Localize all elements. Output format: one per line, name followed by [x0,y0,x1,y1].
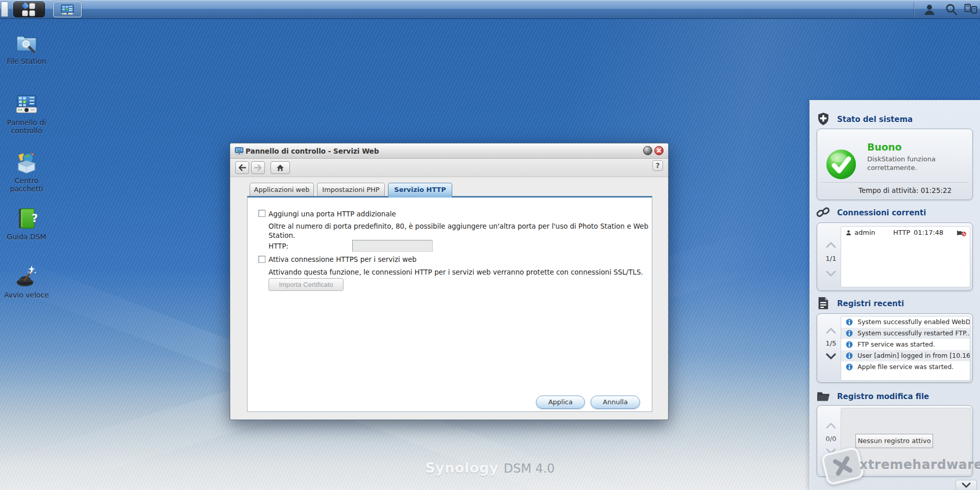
control-panel-window-icon [61,4,74,15]
info-icon [846,330,853,337]
log-text: User [admin] logged in from [10.16... [857,352,970,359]
file-log-page-indicator: 0/0 [820,435,842,443]
recent-logs-title: Registri recenti [837,299,904,308]
connection-user: admin [854,227,875,239]
desktop-icon-label: Guida DSM [0,233,53,241]
tab-bar: Applicazioni web Impostazioni PHP Serviz… [250,183,452,198]
desktop-icon-quick-start[interactable]: Avvio veloce [0,264,53,299]
http-port-description: Oltre al numero di porta predefinito, 80… [268,222,650,240]
file-log-empty-message: Nessun registro attivo [855,434,933,448]
desktop-icon-file-station[interactable]: File Station [0,31,53,65]
widgets-button[interactable] [962,1,980,18]
window-titlebar[interactable]: Pannello di controllo - Servizi Web [230,143,668,159]
desktop-icon-package-center[interactable]: Centro pacchetti [0,150,53,193]
http-port-input[interactable] [352,240,433,252]
tab-applicazioni-web[interactable]: Applicazioni web [250,183,314,196]
logs-list: System successfully enabled WebD... Syst… [841,316,970,381]
back-arrow-icon [238,164,246,171]
pilot-view-icon [964,4,977,16]
list-item[interactable]: FTP service was started. [841,339,970,350]
sidebar-collapse-button[interactable] [955,480,977,490]
user-menu-button[interactable] [919,1,940,18]
info-icon [846,352,853,359]
log-text: FTP service was started. [857,340,935,348]
help-glyph: ? [28,212,41,225]
desktop-icon-label: Pannello di controllo [0,118,53,135]
apply-button[interactable]: Applica [536,396,585,409]
logs-page-indicator: 1/5 [820,339,842,347]
connection-time: 01:17:48 [914,227,943,239]
status-text: Buono [867,141,902,153]
dsm-version-text: DSM 4.0 [504,461,555,476]
tab-impostazioni-php[interactable]: Impostazioni PHP [317,183,385,196]
desktop-background: File Station Pannello di controllo Centr… [0,0,980,490]
search-icon [944,3,958,16]
http-port-checkbox-label: Aggiungi una porta HTTP addizionale [268,210,396,218]
list-item[interactable]: User [admin] logged in from [10.16... [841,350,970,361]
status-ok-icon [825,149,857,180]
page-down-icon[interactable] [825,353,837,360]
disconnect-icon[interactable] [957,229,966,237]
connection-row[interactable]: admin HTTP 01:17:48 [841,227,970,239]
desktop-icon-label: Centro pacchetti [0,177,53,193]
chevron-down-icon [962,482,971,488]
connections-link-icon [816,205,830,219]
log-text: Apple file service was started. [857,363,953,371]
cancel-button[interactable]: Annulla [591,396,640,409]
desktop-icon-label: Avvio veloce [0,291,53,299]
forward-arrow-icon [254,164,262,171]
http-port-checkbox[interactable] [258,210,265,217]
page-up-icon[interactable] [825,327,837,334]
file-station-icon [14,31,39,55]
file-log-title: Registro modifica file [837,392,929,401]
list-item[interactable]: System successfully restarted FTP... [841,328,970,339]
status-divider [821,182,968,183]
control-panel-window: Pannello di controllo - Servizi Web ? Ap… [230,143,669,420]
synology-logo-text: Synology [425,460,499,476]
system-status-panel: Buono DiskStation funziona correttamente… [817,129,973,200]
connections-list: admin HTTP 01:17:48 [841,226,970,287]
dsm-logo: SynologyDSM 4.0 [425,460,555,476]
show-desktop-button[interactable] [1,2,8,17]
desktop-icon-control-panel[interactable]: Pannello di controllo [0,92,53,135]
https-checkbox-label: Attiva connessione HTTPS per i servizi w… [268,255,416,263]
https-checkbox[interactable] [258,256,265,263]
taskbar-open-app-control-panel[interactable] [53,2,82,17]
logs-document-icon [816,296,830,310]
connections-page-indicator: 1/1 [820,255,842,262]
import-certificate-button[interactable]: Importa Certificato [268,278,344,291]
home-icon [276,164,284,172]
list-item[interactable]: Apple file service was started. [841,361,970,373]
watermark-text: xtremehardware.com [860,457,980,472]
magic-wand-icon [14,264,39,289]
control-panel-window-icon [235,147,243,155]
user-icon [845,229,852,236]
tab-servizio-http[interactable]: Servizio HTTP [388,183,452,198]
help-button[interactable]: ? [652,160,663,171]
close-button[interactable] [654,146,664,155]
main-menu-button[interactable] [13,2,45,17]
taskbar [0,0,980,19]
page-up-icon[interactable] [825,241,837,249]
taskbar-divider [914,2,915,17]
log-text: System successfully enabled WebD... [857,318,970,326]
recent-logs-panel: 1/5 System successfully enabled WebD... … [817,313,973,383]
connection-protocol: HTTP [893,227,910,239]
watermark-x-icon [830,454,855,478]
main-menu-icon [22,3,36,16]
list-item[interactable]: System successfully enabled WebD... [841,316,970,328]
window-toolbar: ? [230,159,668,177]
info-icon [846,363,853,371]
desktop-icon-dsm-help[interactable]: ? Guida DSM [0,206,53,241]
search-button[interactable] [940,1,962,18]
page-down-icon[interactable] [825,270,837,277]
user-icon [923,3,936,16]
connections-panel: 1/1 admin HTTP 01:17:48 [817,223,973,291]
info-icon [846,341,853,348]
forward-button[interactable] [251,161,265,174]
page-up-icon[interactable] [825,422,837,429]
status-description: DiskStation funziona correttamente. [867,155,949,172]
back-button[interactable] [235,161,249,174]
minimize-button[interactable] [643,146,652,155]
home-button[interactable] [271,161,290,174]
